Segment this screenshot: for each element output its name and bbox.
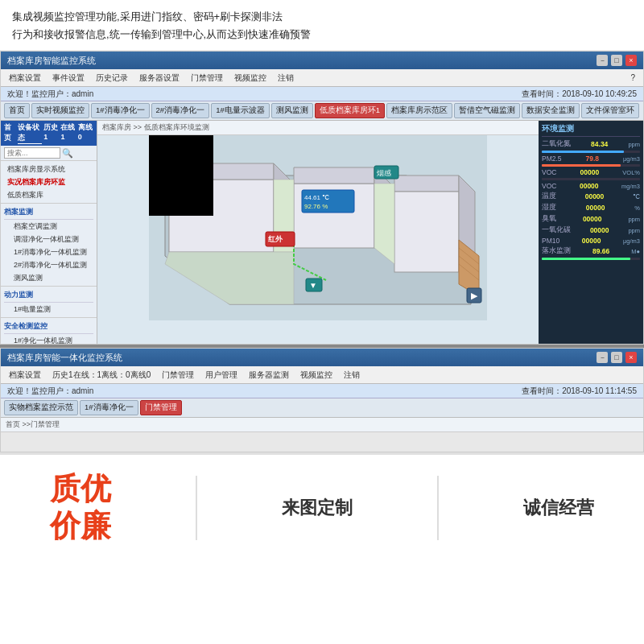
nav-tab-wind[interactable]: 测风监测 — [271, 103, 313, 118]
sidebar-tab-online[interactable]: 在线1 — [60, 122, 76, 144]
menu-item-logout[interactable]: 注销 — [273, 72, 299, 85]
nav-tab-physical[interactable]: 实物档案监控示范 — [4, 400, 78, 415]
svg-marker-7 — [294, 167, 374, 184]
minimize-button-bottom[interactable]: － — [597, 352, 608, 363]
nav-tab-archive-env[interactable]: 低质档案库房环1 — [315, 103, 385, 118]
nav-tab-data[interactable]: 数据安全监测 — [522, 103, 580, 118]
sidebar-section-monitor: 档案监测 档案空调监测 调湿净化一体机监测 1#消毒净化一体机监测 2#消毒净化… — [1, 204, 97, 287]
menu-item-status-b[interactable]: 历史1在线：1离线：0离线0 — [47, 369, 155, 382]
svg-text:44.61 ℃: 44.61 ℃ — [304, 194, 329, 201]
nav-tab-disinfect1[interactable]: 1#消毒净化一 — [91, 103, 150, 118]
env-row-temp: 温度 00000 ℃ — [542, 192, 640, 201]
env-bar-water — [542, 258, 640, 260]
app-screenshot-top: 档案库房智能监控系统 － □ × 档案设置 事件设置 历史记录 服务器设置 门禁… — [0, 51, 644, 345]
env-row-hum: 湿度 00000 % — [542, 203, 640, 213]
menu-item-video[interactable]: 视频监控 — [229, 72, 271, 85]
close-button-bottom[interactable]: × — [625, 352, 637, 363]
app-navtabs-bottom: 实物档案监控示范 1#消毒净化一 门禁管理 — [1, 398, 643, 418]
minimize-button[interactable]: － — [597, 55, 608, 66]
nav-tab-disinfect2[interactable]: 2#消毒净化一 — [151, 103, 210, 118]
nav-tab-video[interactable]: 实时视频监控 — [31, 103, 89, 118]
sidebar-section-display: 档案库房显示系统 实况档案库房环监 低质档案库 — [1, 161, 97, 204]
datetime-text-bottom: 查看时间：2018-09-10 11:14:55 — [522, 386, 637, 397]
sidebar-tab-devices[interactable]: 设备状态 — [18, 122, 42, 144]
env-bar-voc1 — [542, 178, 640, 180]
svg-text:▼: ▼ — [309, 281, 317, 290]
app-right-panel: 环境监测 二氧化氮 84.34 ppm PM2.5 79.8 μg/m3 VOC… — [539, 121, 643, 345]
menu-item-config-b[interactable]: 档案设置 — [4, 369, 46, 382]
sidebar-tab-home[interactable]: 首页 — [4, 122, 16, 144]
env-label-co: 一氧化碳 — [542, 225, 571, 235]
intro-line1: 集成视频监控管理功能,采用进门指纹、密码+刷卡探测非法 — [12, 8, 632, 26]
nav-tab-access-control[interactable]: 门禁管理 — [140, 400, 182, 415]
app-breadcrumb-bottom: 首页 >>门禁管理 — [1, 418, 643, 432]
app-menubar-bottom: 档案设置 历史1在线：1离线：0离线0 门禁管理 用户管理 服务器监测 视频监控… — [1, 366, 643, 384]
promo-left: 质优 价廉 — [50, 471, 111, 544]
sidebar-item-wind[interactable]: 测风监测 — [4, 271, 93, 284]
promo-right: 诚信经营 — [523, 496, 594, 520]
nav-tab-disinfect-b[interactable]: 1#消毒净化一 — [80, 400, 138, 415]
promo-divider — [196, 476, 197, 540]
sidebar-item-disinfect1[interactable]: 1#消毒净化一体机监测 — [4, 246, 93, 258]
env-row-voc2: VOC 00000 mg/m3 — [542, 182, 640, 190]
svg-text:▶: ▶ — [471, 291, 478, 300]
nav-tab-home[interactable]: 首页 — [4, 103, 30, 118]
promo-customization: 来图定制 — [282, 496, 353, 520]
env-bar-fill-water — [542, 258, 630, 260]
sidebar-tab-offline[interactable]: 离线0 — [78, 122, 93, 144]
menu-item-logout-b[interactable]: 注销 — [339, 369, 365, 382]
env-unit-voc2: mg/m3 — [621, 183, 640, 190]
nav-tab-archive-demo[interactable]: 档案库房示范区 — [386, 103, 452, 118]
sidebar-item-humidity[interactable]: 调湿净化一体机监测 — [4, 233, 93, 246]
env-bar-co2 — [542, 151, 640, 153]
env-value-temp: 00000 — [585, 192, 605, 200]
menu-item-access-b[interactable]: 门禁管理 — [157, 369, 199, 382]
app-infobar-top: 欢迎！监控用户：admin 查看时间：2018-09-10 10:49:25 — [1, 87, 643, 101]
intro-line2: 行为和接收报警信息,统一传输到管理中心,从而达到快速准确预警 — [12, 26, 632, 43]
env-row-pm10: PM10 00000 μg/m3 — [542, 237, 640, 245]
menu-item-help[interactable]: ? — [625, 72, 640, 83]
sidebar-item-purifier[interactable]: 1#净化一体机监测 — [4, 334, 93, 345]
menu-item-server-b[interactable]: 服务器监测 — [244, 369, 294, 382]
menu-item-history[interactable]: 历史记录 — [91, 72, 133, 85]
sidebar-item-electricity[interactable]: 1#电量监测 — [4, 303, 93, 316]
app-title-top: 档案库房智能监控系统 — [7, 55, 597, 67]
sidebar-item-lowquality[interactable]: 低质档案库 — [4, 188, 93, 201]
floor-plan-container: 44.61 ℃ 92.76 % 红外 烟感 ▼ ▶ — [97, 135, 539, 328]
app-sidebar: 首页 设备状态 历史1 在线1 离线0 🔍 档案库房显示系统 实况档案库房环监 … — [1, 121, 97, 345]
sidebar-search-input[interactable] — [4, 147, 60, 159]
env-value-hum: 00000 — [586, 204, 605, 212]
nav-tab-file[interactable]: 文件保管室环 — [581, 103, 639, 118]
svg-text:红外: 红外 — [267, 235, 283, 243]
nav-tab-power[interactable]: 1#电量示波器 — [211, 103, 270, 118]
env-label-water: 落水监测 — [542, 246, 571, 256]
sidebar-item-ac[interactable]: 档案空调监测 — [4, 220, 93, 233]
sidebar-search-icon[interactable]: 🔍 — [62, 148, 73, 159]
menu-item-video-b[interactable]: 视频监控 — [295, 369, 337, 382]
menu-item-server[interactable]: 服务器设置 — [134, 72, 184, 85]
env-panel-title: 环境监测 — [542, 124, 640, 137]
env-unit-pm25: μg/m3 — [623, 155, 640, 163]
nav-tab-air[interactable]: 暂借空气磁监测 — [454, 103, 520, 118]
env-unit-hum: % — [634, 204, 640, 212]
menu-item-config[interactable]: 档案设置 — [4, 72, 46, 85]
env-label-temp: 温度 — [542, 192, 556, 201]
env-row-co2: 二氧化氮 84.34 ppm — [542, 139, 640, 149]
menu-item-access[interactable]: 门禁管理 — [186, 72, 228, 85]
env-unit-temp: ℃ — [633, 193, 640, 200]
menu-item-users-b[interactable]: 用户管理 — [200, 369, 242, 382]
app-navtabs-top: 首页 实时视频监控 1#消毒净化一 2#消毒净化一 1#电量示波器 测风监测 低… — [1, 101, 643, 121]
env-bar-pm25 — [542, 164, 640, 167]
env-label-ozone: 臭氧 — [542, 214, 556, 224]
maximize-button-bottom[interactable]: □ — [611, 352, 622, 363]
app-infobar-bottom: 欢迎！监控用户：admin 查看时间：2018-09-10 11:14:55 — [1, 384, 643, 398]
maximize-button[interactable]: □ — [611, 55, 622, 66]
sidebar-tab-alarm[interactable]: 历史1 — [43, 122, 59, 144]
menu-item-event[interactable]: 事件设置 — [47, 72, 89, 85]
sidebar-item-realtime[interactable]: 实况档案库房环监 — [4, 175, 93, 188]
promo-integrity: 诚信经营 — [523, 496, 594, 520]
sidebar-item-display-system[interactable]: 档案库房显示系统 — [4, 163, 93, 175]
sidebar-item-disinfect2[interactable]: 2#消毒净化一体机监测 — [4, 258, 93, 271]
svg-text:烟感: 烟感 — [377, 169, 391, 177]
close-button[interactable]: × — [625, 55, 637, 66]
